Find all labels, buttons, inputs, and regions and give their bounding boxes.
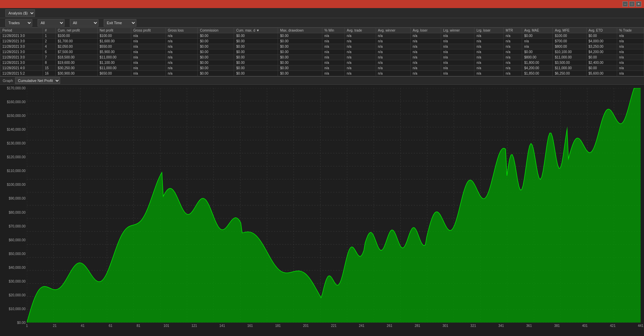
y-tick-label: $150,000.00: [7, 114, 26, 118]
table-header-cell[interactable]: Avg. trade: [344, 28, 376, 33]
y-tick-label: $120,000.00: [7, 155, 26, 159]
table-header-cell[interactable]: Cum. max. d ▼: [234, 28, 278, 33]
table-cell: n/a: [344, 39, 376, 44]
table-cell: n/a: [131, 71, 166, 76]
x-tick-label: 141: [219, 324, 225, 328]
x-tick-label: 41: [81, 324, 85, 328]
table-header-cell[interactable]: MTR: [504, 28, 522, 33]
table-cell: 16: [43, 71, 55, 76]
table-cell: $0.00: [234, 55, 278, 60]
table-cell: $100.00: [97, 33, 131, 39]
table-header-cell[interactable]: Period: [0, 28, 43, 33]
minimize-button[interactable]: ─: [623, 1, 628, 7]
table-cell: 11/28/2021 3:0: [0, 33, 43, 39]
table-header-cell[interactable]: Lrg. winner: [441, 28, 474, 33]
table-cell: n/a: [376, 71, 410, 76]
x-tick-label: 201: [303, 324, 309, 328]
y-tick-label: $20,000.00: [9, 293, 26, 297]
table-cell: $1,600.00: [97, 39, 131, 44]
x-tick-label: 321: [470, 324, 476, 328]
table-cell: n/a: [322, 71, 345, 76]
table-cell: n/a: [166, 60, 198, 66]
x-tick-label: 1: [26, 324, 28, 328]
table-row: 11/28/2021 3:06$7,500.00$5,900.00n/an/a$…: [0, 49, 644, 55]
table-row: 11/28/2021 4:015$30,250.00$11,000.00n/an…: [0, 66, 644, 71]
table-cell: n/a: [322, 55, 345, 60]
table-cell: $0.00: [234, 33, 278, 39]
table-cell: n/a: [617, 49, 644, 55]
table-cell: $18,500.00: [55, 55, 97, 60]
table-cell: n/a: [441, 49, 474, 55]
table-cell: n/a: [166, 71, 198, 76]
table-cell: n/a: [441, 39, 474, 44]
table-cell: $0.00: [278, 71, 322, 76]
table-cell: n/a: [504, 33, 522, 39]
table-cell: $1,850.00: [522, 71, 553, 76]
table-cell: $0.00: [198, 66, 234, 71]
table-cell: n/a: [410, 39, 441, 44]
table-cell: $7,500.00: [55, 49, 97, 55]
timebase-select[interactable]: Exit Time Entry Time: [104, 19, 136, 27]
longshort-select[interactable]: All Long Short: [38, 19, 64, 27]
table-cell: n/a: [441, 44, 474, 49]
table-cell: $3,500.00: [553, 60, 586, 66]
table-header-cell[interactable]: Avg. loser: [410, 28, 441, 33]
x-tick-label: 381: [554, 324, 560, 328]
table-cell: n/a: [410, 71, 441, 76]
graph-type-select[interactable]: Cumulative Net Profit Net Profit Drawdow…: [15, 77, 60, 84]
table-cell: n/a: [617, 55, 644, 60]
table-cell: n/a: [166, 39, 198, 44]
period-select[interactable]: Trades: [5, 19, 32, 27]
table-row: 11/28/2021 3:02$1,700.00$1,600.00n/an/a$…: [0, 39, 644, 44]
table-cell: n/a: [322, 44, 345, 49]
wl-select[interactable]: All Winners Losers: [70, 19, 98, 27]
table-cell: n/a: [322, 60, 345, 66]
table-header-cell[interactable]: Commission: [198, 28, 234, 33]
table-cell: n/a: [474, 39, 504, 44]
table-row: 11/28/2021 3:01$100.00$100.00n/an/a$0.00…: [0, 33, 644, 39]
table-cell: n/a: [166, 33, 198, 39]
table-header-cell[interactable]: Max. drawdown: [278, 28, 322, 33]
display-select[interactable]: Analysis ($): [5, 9, 35, 17]
table-header-cell[interactable]: Cum. net profit: [55, 28, 97, 33]
table-cell: $0.00: [586, 33, 617, 39]
table-header-cell[interactable]: % Trade: [617, 28, 644, 33]
table-cell: 11/28/2021 3:0: [0, 39, 43, 44]
graph-section: Graph Cumulative Net Profit Net Profit D…: [0, 77, 644, 336]
y-tick-label: $160,000.00: [7, 100, 26, 104]
table-header-cell[interactable]: Avg. ETD: [586, 28, 617, 33]
table-header-cell[interactable]: Gross profit: [131, 28, 166, 33]
table-header-cell[interactable]: % Win: [322, 28, 345, 33]
table-cell: n/a: [166, 55, 198, 60]
table-cell: n/a: [344, 66, 376, 71]
table-cell: n/a: [617, 33, 644, 39]
table-cell: 4: [43, 44, 55, 49]
table-cell: $0.00: [198, 71, 234, 76]
table-cell: n/a: [131, 33, 166, 39]
maximize-button[interactable]: □: [629, 1, 635, 7]
table-cell: $0.00: [198, 39, 234, 44]
table-header-cell[interactable]: Avg. MFE: [553, 28, 586, 33]
table-cell: n/a: [131, 39, 166, 44]
table-cell: $4,000.00: [586, 39, 617, 44]
table-cell: 11/28/2021 3:0: [0, 49, 43, 55]
table-cell: n/a: [474, 55, 504, 60]
table-cell: 8: [43, 60, 55, 66]
table-cell: n/a: [410, 33, 441, 39]
table-cell: $0.00: [278, 66, 322, 71]
close-button[interactable]: ✕: [636, 1, 641, 7]
table-cell: $0.00: [522, 49, 553, 55]
table-cell: n/a: [474, 33, 504, 39]
table-cell: n/a: [344, 71, 376, 76]
table-header-cell[interactable]: Gross loss: [166, 28, 198, 33]
x-tick-label: 441: [638, 324, 644, 328]
table-cell: n/a: [617, 60, 644, 66]
table-cell: n/a: [617, 44, 644, 49]
table-header-cell[interactable]: Lrg. loser: [474, 28, 504, 33]
table-header-cell[interactable]: Net profit: [97, 28, 131, 33]
x-tick-label: 261: [387, 324, 393, 328]
table-header-cell[interactable]: #: [43, 28, 55, 33]
table-header-cell[interactable]: Avg. winner: [376, 28, 410, 33]
table-header-cell[interactable]: Avg. MAE: [522, 28, 553, 33]
table-cell: n/a: [504, 49, 522, 55]
